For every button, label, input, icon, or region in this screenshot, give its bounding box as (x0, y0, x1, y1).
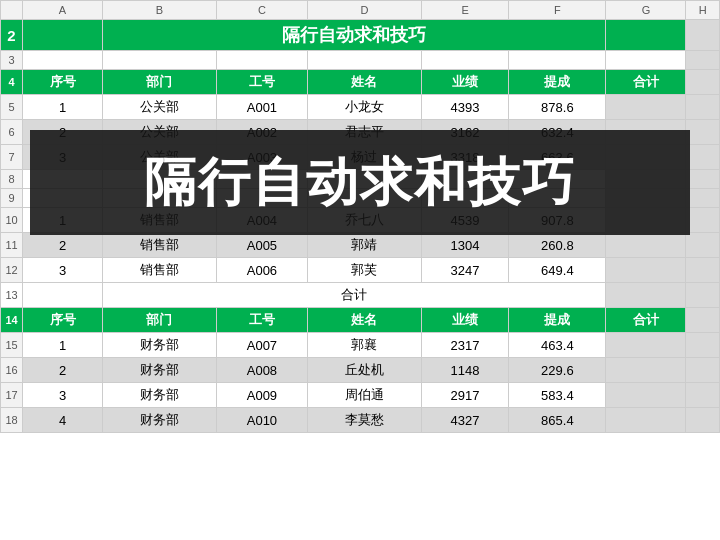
data-row-15: 15 1 财务部 A007 郭襄 2317 463.4 (1, 333, 720, 358)
subtotal-row-13: 13 合计 (1, 283, 720, 308)
col-commission: 提成 (509, 70, 606, 95)
overlay-banner: 隔行自动求和技巧 (30, 130, 690, 235)
data-row-16: 16 2 财务部 A008 丘处机 1148 229.6 (1, 358, 720, 383)
spreadsheet: A B C D E F G H 2 隔行自动求和技巧 3 (0, 0, 720, 540)
data-row-12: 12 3 销售部 A006 郭芙 3247 649.4 (1, 258, 720, 283)
col-b-header: B (103, 1, 217, 20)
col-seqno: 序号 (23, 70, 103, 95)
data-row-18: 18 4 财务部 A010 李莫愁 4327 865.4 (1, 408, 720, 433)
data-row-5: 5 1 公关部 A001 小龙女 4393 878.6 (1, 95, 720, 120)
col-name: 姓名 (308, 70, 422, 95)
col-e-header: E (421, 1, 509, 20)
data-row-17: 17 3 财务部 A009 周伯通 2917 583.4 (1, 383, 720, 408)
row-num-header (1, 1, 23, 20)
col-g-header: G (606, 1, 686, 20)
col-f-header: F (509, 1, 606, 20)
row-2-num: 2 (1, 20, 23, 51)
subtotal-label: 合计 (103, 283, 606, 308)
row-3: 3 (1, 51, 720, 70)
col-score: 业绩 (421, 70, 509, 95)
col-id: 工号 (216, 70, 307, 95)
col-labels-row: 4 序号 部门 工号 姓名 业绩 提成 合计 (1, 70, 720, 95)
col-h-header: H (686, 1, 720, 20)
title-row: 2 隔行自动求和技巧 (1, 20, 720, 51)
col-labels-row-14: 14 序号 部门 工号 姓名 业绩 提成 合计 (1, 308, 720, 333)
col-c-header: C (216, 1, 307, 20)
col-total: 合计 (606, 70, 686, 95)
overlay-text: 隔行自动求和技巧 (144, 148, 576, 218)
col-d-header: D (308, 1, 422, 20)
col-a-header: A (23, 1, 103, 20)
title-cell (23, 20, 103, 51)
col-dept: 部门 (103, 70, 217, 95)
data-row-11: 11 2 销售部 A005 郭靖 1304 260.8 (1, 233, 720, 258)
main-title: 隔行自动求和技巧 (103, 20, 606, 51)
